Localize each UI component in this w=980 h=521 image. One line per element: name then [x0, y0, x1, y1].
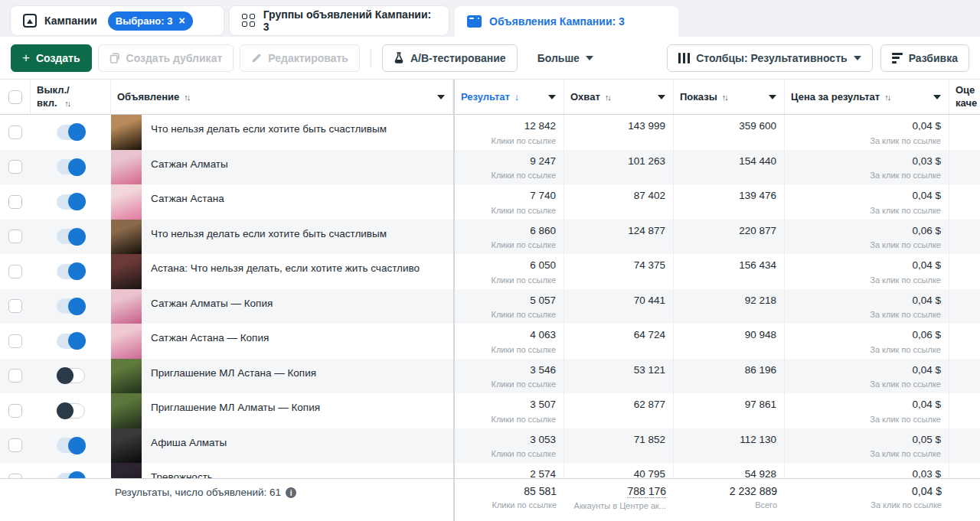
select-all-checkbox[interactable] [8, 90, 22, 104]
ad-toggle[interactable] [57, 438, 85, 453]
tab-adsets[interactable]: Группы объявлений Кампании: 3 [230, 6, 449, 35]
badge-label: Выбрано: 3 [116, 15, 173, 27]
table-row: Что нельзя делать если хотите быть счаст… [0, 115, 980, 150]
row-checkbox[interactable] [8, 265, 22, 278]
sort-icon: ↑↓ [64, 99, 70, 108]
row-checkbox[interactable] [8, 125, 22, 139]
row-checkbox[interactable] [8, 160, 22, 174]
result-cell: 9 247 Клики по ссылке [453, 150, 564, 185]
header-toggle[interactable]: Выкл./ вкл. ↑↓ [31, 80, 111, 114]
quality-cell [949, 184, 980, 220]
selected-count-badge: Выбрано: 3 × [108, 11, 193, 31]
ad-name-cell[interactable]: Приглашение МЛ Алматы — Копия [111, 393, 453, 428]
pencil-icon [251, 53, 262, 63]
ad-name-cell[interactable]: Сатжан Астана — Копия [111, 324, 453, 359]
impressions-value: 92 218 [745, 295, 776, 306]
chevron-down-icon[interactable] [769, 95, 776, 99]
row-checkbox[interactable] [8, 334, 22, 348]
row-toggle-cell [31, 428, 111, 464]
ad-name-cell[interactable]: Афиша Алматы [111, 428, 453, 464]
ad-name-cell[interactable]: Сатжан Алматы — Копия [111, 289, 453, 324]
ad-name-cell[interactable]: Астана: Что нельзя делать, если хотите ж… [111, 254, 453, 289]
result-cell: 12 842 Клики по ссылке [453, 115, 564, 150]
header-cost-label: Цена за результат [791, 91, 880, 103]
table-footer: Результаты, число объявлений: 61 i 85 58… [0, 478, 980, 521]
row-checkbox[interactable] [8, 474, 22, 478]
ad-toggle[interactable] [57, 368, 85, 383]
sort-icon: ↑↓ [184, 93, 189, 102]
result-label: Клики по ссылке [492, 415, 557, 424]
impressions-cell: 220 877 [674, 220, 785, 255]
header-ad-name[interactable]: Объявление ↑↓ [111, 80, 453, 114]
result-cell: 4 063 Клики по ссылке [453, 324, 564, 359]
header-quality[interactable]: Оце каче [949, 80, 980, 114]
chevron-down-icon[interactable] [933, 95, 941, 99]
row-checkbox[interactable] [8, 369, 22, 383]
header-result[interactable]: Результат ↓ [453, 80, 564, 114]
breakdown-button[interactable]: Разбивка [880, 44, 969, 72]
create-button[interactable]: + Создать [11, 44, 92, 72]
more-dropdown[interactable]: Больше [537, 52, 593, 64]
sort-icon: ↑↓ [722, 93, 727, 102]
columns-button[interactable]: Столбцы: Результативность [667, 44, 873, 72]
ad-name-cell[interactable]: Сатжан Алматы [111, 150, 453, 185]
footer-impressions-label: Всего [755, 500, 777, 510]
ad-name-cell[interactable]: Что нельзя делать если хотите быть счаст… [111, 115, 453, 150]
footer-reach-value[interactable]: 788 176 [627, 485, 666, 498]
row-checkbox[interactable] [8, 299, 22, 313]
result-value: 5 057 [530, 295, 556, 306]
tab-ads[interactable]: Объявления Кампании: 3 [455, 6, 678, 37]
row-checkbox-cell [0, 359, 31, 394]
ab-test-button[interactable]: A/B-тестирование [382, 44, 518, 72]
header-cost[interactable]: Цена за результат ↑↓ [785, 80, 949, 114]
impressions-value: 112 130 [740, 434, 776, 445]
close-icon[interactable]: × [178, 15, 185, 26]
ad-name: Сатжан Астана — Копия [142, 332, 278, 344]
toolbar: + Создать Создать дубликат Редактировать… [0, 37, 980, 79]
impressions-value: 139 476 [739, 190, 776, 201]
ad-name-cell[interactable]: Что нельзя делать если хотите быть счаст… [111, 220, 453, 255]
ad-toggle[interactable] [57, 229, 85, 244]
cost-cell: 0,03 $ За клик по ссылке [785, 463, 949, 478]
ad-toggle[interactable] [57, 264, 85, 279]
footer-cost-cell: 0,04 $ За клик по ссылке [785, 479, 949, 521]
ad-toggle[interactable] [57, 473, 85, 478]
row-toggle-cell [31, 393, 111, 428]
ad-name-cell[interactable]: Тревожность [111, 463, 453, 478]
row-checkbox[interactable] [8, 404, 22, 418]
edit-button[interactable]: Редактировать [240, 44, 360, 72]
footer-impressions-cell: 2 232 889 Всего [674, 479, 785, 521]
ad-name: Астана: Что нельзя делать, если хотите ж… [142, 262, 429, 274]
header-reach[interactable]: Охват ↑↓ [564, 80, 674, 114]
chevron-down-icon[interactable] [658, 95, 665, 99]
ad-name-cell[interactable]: Сатжан Астана [111, 184, 453, 220]
ad-toggle[interactable] [57, 334, 85, 349]
ad-toggle[interactable] [57, 298, 85, 314]
result-label: Клики по ссылке [492, 136, 557, 145]
reach-value: 87 402 [634, 190, 665, 201]
row-checkbox-cell [0, 324, 31, 359]
ad-toggle[interactable] [57, 403, 85, 418]
ad-toggle[interactable] [57, 194, 85, 210]
header-result-label: Результат [461, 91, 510, 103]
tab-campaigns[interactable]: Кампании Выбрано: 3 × [11, 6, 224, 35]
toggle-knob [68, 471, 86, 478]
toggle-knob [68, 158, 86, 176]
info-icon[interactable]: i [286, 487, 296, 498]
cost-label: За клик по ссылке [870, 345, 941, 354]
ad-toggle[interactable] [57, 125, 85, 140]
ad-name-cell[interactable]: Приглашение МЛ Астана — Копия [111, 359, 453, 394]
header-impressions[interactable]: Показы ↑↓ [674, 80, 785, 114]
chevron-down-icon[interactable] [548, 95, 556, 99]
select-all-checkbox-cell [0, 80, 31, 114]
row-checkbox[interactable] [8, 195, 22, 209]
cost-label: За клик по ссылке [870, 415, 941, 424]
row-checkbox[interactable] [8, 438, 22, 452]
ad-toggle[interactable] [57, 159, 85, 174]
cost-cell: 0,03 $ За клик по ссылке [785, 150, 949, 185]
duplicate-button[interactable]: Создать дубликат [98, 44, 234, 72]
result-cell: 7 740 Клики по ссылке [453, 184, 564, 220]
row-checkbox[interactable] [8, 230, 22, 243]
cost-label: За клик по ссылке [870, 240, 941, 249]
chevron-down-icon[interactable] [437, 95, 445, 99]
